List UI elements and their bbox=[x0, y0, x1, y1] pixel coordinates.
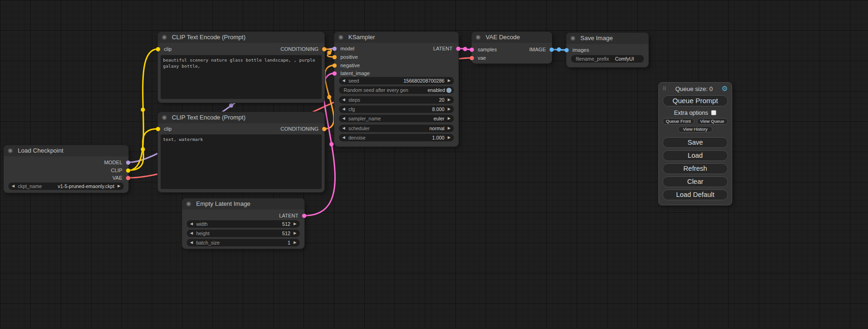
random-seed-toggle-widget[interactable]: Random seed after every gen enabled bbox=[339, 86, 454, 94]
negative-input-dot[interactable] bbox=[332, 63, 337, 68]
slot-negative-input[interactable]: negative bbox=[334, 62, 360, 69]
slot-images-input[interactable]: images bbox=[566, 46, 589, 54]
increment-arrow-icon[interactable]: ▶ bbox=[294, 239, 296, 246]
increment-arrow-icon[interactable]: ▶ bbox=[448, 134, 451, 141]
positive-input-dot[interactable] bbox=[332, 55, 337, 59]
collapse-dot[interactable] bbox=[162, 35, 167, 40]
seed-widget[interactable]: ◀ seed 156680208700286 ▶ bbox=[339, 77, 454, 84]
decrement-arrow-icon[interactable]: ◀ bbox=[190, 230, 193, 237]
node-title-bar[interactable]: KSampler bbox=[334, 32, 459, 43]
node-title-bar[interactable]: CLIP Text Encode (Prompt) bbox=[158, 112, 325, 123]
settings-gear-icon[interactable]: ⚙ bbox=[722, 84, 728, 93]
clip-input-dot[interactable] bbox=[156, 47, 160, 51]
extra-options-checkbox[interactable] bbox=[711, 110, 716, 115]
increment-arrow-icon[interactable]: ▶ bbox=[448, 105, 451, 113]
node-title-bar[interactable]: Save Image bbox=[566, 33, 649, 44]
increment-arrow-icon[interactable]: ▶ bbox=[448, 77, 451, 84]
clear-button[interactable]: Clear bbox=[663, 176, 728, 187]
height-widget[interactable]: ◀ height 512 ▶ bbox=[187, 230, 300, 237]
slot-positive-input[interactable]: positive bbox=[334, 53, 358, 61]
node-clip-text-encode-positive[interactable]: CLIP Text Encode (Prompt) clip CONDITION… bbox=[158, 32, 325, 103]
slot-model-input[interactable]: model bbox=[334, 45, 354, 52]
slot-latent-image-input[interactable]: latent_image bbox=[334, 70, 370, 77]
node-vae-decode[interactable]: VAE Decode samples vae IMAGE bbox=[472, 32, 552, 63]
decrement-arrow-icon[interactable]: ◀ bbox=[342, 134, 345, 141]
latent-output-dot[interactable] bbox=[456, 47, 460, 51]
increment-arrow-icon[interactable]: ▶ bbox=[294, 220, 296, 228]
collapse-dot[interactable] bbox=[339, 35, 343, 40]
node-clip-text-encode-negative[interactable]: CLIP Text Encode (Prompt) clip CONDITION… bbox=[158, 112, 325, 192]
slot-latent-output[interactable]: LATENT bbox=[433, 45, 459, 52]
slot-latent-output[interactable]: LATENT bbox=[279, 212, 304, 219]
node-title-bar[interactable]: Load Checkpoint bbox=[4, 145, 128, 156]
slot-vae-input[interactable]: vae bbox=[472, 54, 486, 62]
samples-input-dot[interactable] bbox=[470, 48, 474, 52]
save-button[interactable]: Save bbox=[663, 137, 728, 148]
scheduler-widget[interactable]: ◀ scheduler normal ▶ bbox=[339, 125, 454, 132]
refresh-button[interactable]: Refresh bbox=[663, 163, 728, 174]
decrement-arrow-icon[interactable]: ◀ bbox=[190, 220, 193, 228]
node-load-checkpoint[interactable]: Load Checkpoint MODEL CLIP VAE ◀ ckpt_na… bbox=[4, 145, 128, 193]
decrement-arrow-icon[interactable]: ◀ bbox=[190, 239, 193, 246]
slot-conditioning-output[interactable]: CONDITIONING bbox=[281, 45, 325, 53]
collapse-dot[interactable] bbox=[186, 202, 191, 206]
node-empty-latent-image[interactable]: Empty Latent Image LATENT ◀ width 512 ▶ … bbox=[182, 198, 304, 249]
collapse-dot[interactable] bbox=[162, 115, 167, 120]
image-output-dot[interactable] bbox=[550, 48, 554, 52]
queue-front-button[interactable]: Queue Front bbox=[663, 118, 694, 125]
increment-arrow-icon[interactable]: ▶ bbox=[448, 96, 451, 104]
conditioning-output-dot[interactable] bbox=[322, 47, 326, 51]
decrement-arrow-icon[interactable]: ◀ bbox=[12, 182, 14, 190]
slot-model-output[interactable]: MODEL bbox=[104, 159, 128, 166]
vae-input-dot[interactable] bbox=[470, 56, 474, 60]
slot-conditioning-output[interactable]: CONDITIONING bbox=[281, 125, 325, 133]
latent-image-input-dot[interactable] bbox=[332, 71, 337, 76]
node-title-bar[interactable]: Empty Latent Image bbox=[182, 198, 304, 210]
slot-clip-output[interactable]: CLIP bbox=[111, 167, 128, 174]
decrement-arrow-icon[interactable]: ◀ bbox=[342, 105, 345, 113]
decrement-arrow-icon[interactable]: ◀ bbox=[342, 96, 345, 104]
toggle-knob-icon[interactable] bbox=[446, 88, 452, 93]
node-ksampler[interactable]: KSampler model positive negative latent_… bbox=[334, 32, 459, 147]
node-graph-canvas[interactable]: Load Checkpoint MODEL CLIP VAE ◀ ckpt_na… bbox=[0, 0, 868, 329]
decrement-arrow-icon[interactable]: ◀ bbox=[342, 125, 345, 132]
load-button[interactable]: Load bbox=[663, 150, 728, 161]
node-title-bar[interactable]: CLIP Text Encode (Prompt) bbox=[158, 32, 325, 43]
collapse-dot[interactable] bbox=[571, 36, 575, 41]
conditioning-output-dot[interactable] bbox=[322, 127, 326, 131]
cfg-widget[interactable]: ◀ cfg 8.000 ▶ bbox=[339, 105, 454, 113]
drag-handle-icon[interactable]: ⠿ bbox=[663, 86, 666, 92]
filename-prefix-widget[interactable]: filename_prefix ComfyUI bbox=[571, 55, 644, 63]
ckpt-name-widget[interactable]: ◀ ckpt_name v1-5-pruned-emaonly.ckpt ▶ bbox=[8, 182, 124, 190]
increment-arrow-icon[interactable]: ▶ bbox=[448, 115, 451, 122]
decrement-arrow-icon[interactable]: ◀ bbox=[342, 115, 345, 122]
slot-samples-input[interactable]: samples bbox=[472, 46, 497, 53]
increment-arrow-icon[interactable]: ▶ bbox=[118, 182, 120, 190]
clip-output-dot[interactable] bbox=[126, 168, 130, 173]
latent-output-dot[interactable] bbox=[302, 214, 306, 218]
slot-vae-output[interactable]: VAE bbox=[113, 174, 128, 182]
slot-clip-input[interactable]: clip bbox=[158, 45, 172, 53]
node-title-bar[interactable]: VAE Decode bbox=[472, 32, 552, 43]
decrement-arrow-icon[interactable]: ◀ bbox=[342, 77, 345, 84]
collapse-dot[interactable] bbox=[476, 35, 480, 40]
slot-clip-input[interactable]: clip bbox=[158, 125, 172, 133]
denoise-widget[interactable]: ◀ denoise 1.000 ▶ bbox=[339, 134, 454, 141]
view-history-button[interactable]: View History bbox=[678, 126, 713, 133]
slot-image-output[interactable]: IMAGE bbox=[529, 46, 552, 53]
prompt-textarea[interactable]: text, watermark bbox=[161, 134, 322, 189]
prompt-textarea[interactable]: beautiful scenery nature glass bottle la… bbox=[161, 55, 322, 99]
increment-arrow-icon[interactable]: ▶ bbox=[448, 125, 451, 132]
model-input-dot[interactable] bbox=[332, 47, 337, 51]
node-save-image[interactable]: Save Image images filename_prefix ComfyU… bbox=[566, 33, 649, 67]
clip-input-dot[interactable] bbox=[156, 127, 160, 131]
sampler-name-widget[interactable]: ◀ sampler_name euler ▶ bbox=[339, 115, 454, 122]
steps-widget[interactable]: ◀ steps 20 ▶ bbox=[339, 96, 454, 104]
queue-prompt-button[interactable]: Queue Prompt bbox=[663, 95, 728, 106]
width-widget[interactable]: ◀ width 512 ▶ bbox=[187, 220, 300, 228]
load-default-button[interactable]: Load Default bbox=[663, 189, 728, 200]
model-output-dot[interactable] bbox=[126, 161, 130, 165]
increment-arrow-icon[interactable]: ▶ bbox=[294, 230, 296, 237]
collapse-dot[interactable] bbox=[8, 148, 13, 153]
batch-size-widget[interactable]: ◀ batch_size 1 ▶ bbox=[187, 239, 300, 246]
